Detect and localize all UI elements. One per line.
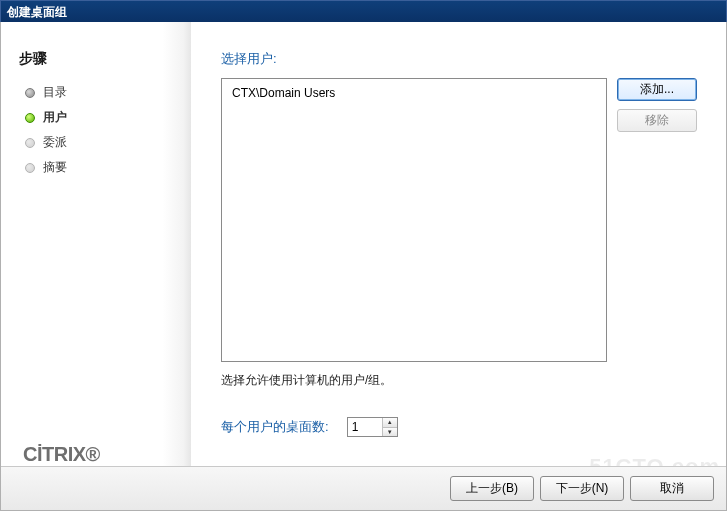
step-label: 委派 [43, 134, 67, 151]
step-label: 用户 [43, 109, 67, 126]
citrix-logo: CİTRIX® [23, 443, 100, 466]
step-bullet-icon [25, 113, 35, 123]
stepper-down-icon[interactable]: ▼ [383, 427, 397, 436]
select-users-label: 选择用户: [221, 50, 708, 68]
wizard-footer: 上一步(B) 下一步(N) 取消 [1, 466, 726, 510]
wizard-main-panel: 选择用户: CTX\Domain Users 添加... 移除 选择允许使用计算… [191, 22, 726, 466]
steps-heading: 步骤 [19, 50, 191, 68]
step-catalog[interactable]: 目录 [11, 80, 191, 105]
cancel-button[interactable]: 取消 [630, 476, 714, 501]
wizard-sidebar: 步骤 目录 用户 委派 摘要 CİTRIX® [1, 22, 191, 510]
next-button[interactable]: 下一步(N) [540, 476, 624, 501]
help-text: 选择允许使用计算机的用户/组。 [221, 372, 708, 389]
desktops-per-user-stepper[interactable]: ▲ ▼ [347, 417, 398, 437]
desktops-per-user-input[interactable] [348, 418, 382, 436]
remove-button: 移除 [617, 109, 697, 132]
step-summary[interactable]: 摘要 [11, 155, 191, 180]
stepper-up-icon[interactable]: ▲ [383, 418, 397, 427]
user-list[interactable]: CTX\Domain Users [221, 78, 607, 362]
window-titlebar: 创建桌面组 [0, 0, 727, 22]
step-label: 摘要 [43, 159, 67, 176]
desktops-per-user-label: 每个用户的桌面数: [221, 418, 329, 436]
back-button[interactable]: 上一步(B) [450, 476, 534, 501]
add-button[interactable]: 添加... [617, 78, 697, 101]
window-title: 创建桌面组 [7, 5, 67, 19]
step-delegation[interactable]: 委派 [11, 130, 191, 155]
step-label: 目录 [43, 84, 67, 101]
step-bullet-icon [25, 138, 35, 148]
step-users[interactable]: 用户 [11, 105, 191, 130]
step-bullet-icon [25, 88, 35, 98]
list-item[interactable]: CTX\Domain Users [230, 85, 598, 101]
window-body: 步骤 目录 用户 委派 摘要 CİTRIX® 选择用户: CTX\Domain … [0, 22, 727, 511]
step-bullet-icon [25, 163, 35, 173]
